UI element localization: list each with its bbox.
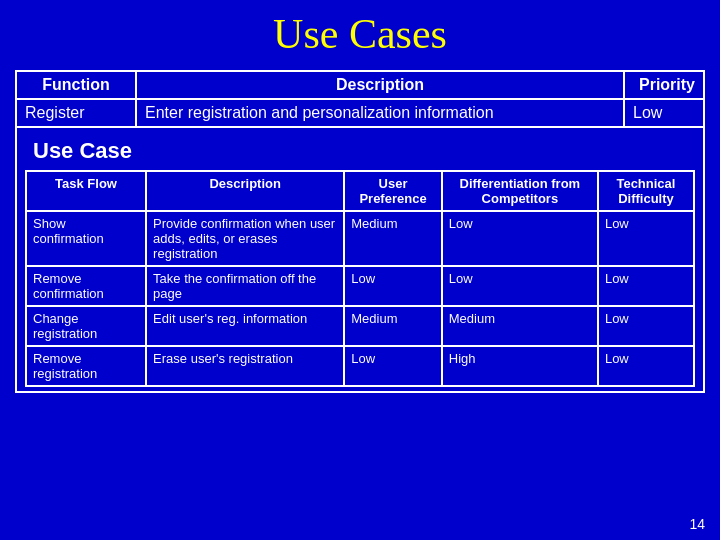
register-row: Register Enter registration and personal…: [16, 99, 704, 127]
cell-tech: Low: [598, 266, 694, 306]
cell-userpref: Medium: [344, 211, 442, 266]
cell-description: Edit user's reg. information: [146, 306, 344, 346]
cell-userpref: Low: [344, 266, 442, 306]
cell-taskflow: Remove confirmation: [26, 266, 146, 306]
cell-tech: Low: [598, 346, 694, 386]
inner-header-tech: Technical Difficulty: [598, 171, 694, 211]
register-function: Register: [16, 99, 136, 127]
register-description: Enter registration and personalization i…: [136, 99, 624, 127]
inner-header-row: Task Flow Description User Preference Di…: [26, 171, 694, 211]
cell-diff: Low: [442, 266, 598, 306]
inner-header-diff: Differentiation from Competitors: [442, 171, 598, 211]
cell-tech: Low: [598, 211, 694, 266]
cell-tech: Low: [598, 306, 694, 346]
cell-diff: Medium: [442, 306, 598, 346]
table-row: Change registrationEdit user's reg. info…: [26, 306, 694, 346]
page: Use Cases Function Description Priority …: [0, 0, 720, 540]
inner-header-taskflow: Task Flow: [26, 171, 146, 211]
cell-diff: High: [442, 346, 598, 386]
cell-diff: Low: [442, 211, 598, 266]
cell-taskflow: Show confirmation: [26, 211, 146, 266]
use-case-section: Use Case Task Flow Description User Pref…: [16, 127, 704, 392]
register-priority: Low: [624, 99, 704, 127]
table-row: Remove registrationErase user's registra…: [26, 346, 694, 386]
cell-description: Take the confirmation off the page: [146, 266, 344, 306]
cell-userpref: Medium: [344, 306, 442, 346]
page-title: Use Cases: [15, 10, 705, 58]
cell-taskflow: Change registration: [26, 306, 146, 346]
outer-table: Function Description Priority Register E…: [15, 70, 705, 393]
cell-description: Erase user's registration: [146, 346, 344, 386]
inner-header-description: Description: [146, 171, 344, 211]
inner-table: Task Flow Description User Preference Di…: [25, 170, 695, 387]
outer-header-function: Function: [16, 71, 136, 99]
page-number: 14: [689, 516, 705, 532]
cell-userpref: Low: [344, 346, 442, 386]
table-row: Remove confirmationTake the confirmation…: [26, 266, 694, 306]
cell-taskflow: Remove registration: [26, 346, 146, 386]
inner-header-userpref: User Preference: [344, 171, 442, 211]
cell-description: Provide confirmation when user adds, edi…: [146, 211, 344, 266]
table-row: Show confirmationProvide confirmation wh…: [26, 211, 694, 266]
use-case-label: Use Case: [25, 132, 695, 170]
outer-header-priority: Priority: [624, 71, 704, 99]
outer-header-description: Description: [136, 71, 624, 99]
use-case-row: Use Case Task Flow Description User Pref…: [16, 127, 704, 392]
